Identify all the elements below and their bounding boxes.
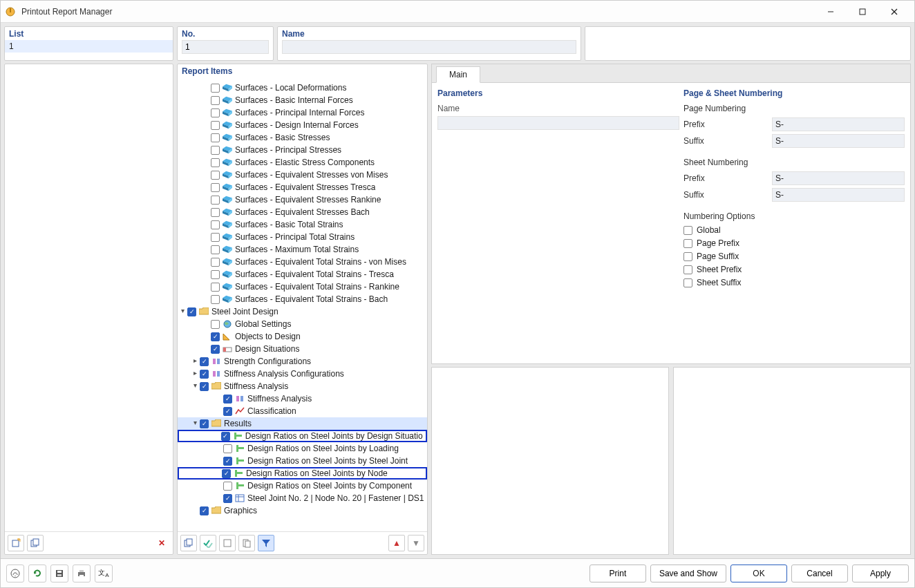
page-prefix-checkbox[interactable] [683,239,692,248]
no-input[interactable] [182,40,269,54]
copy-report-button[interactable] [27,535,44,551]
tree-global-settings[interactable]: Global Settings [178,318,427,330]
new-report-button[interactable] [8,535,24,551]
tree-results-node[interactable]: Design Ratios on Steel Joints by Node [178,467,427,480]
tree-surface-item[interactable]: Surfaces - Equivalent Total Strains - Ra… [178,281,427,293]
tree-checkbox[interactable] [211,220,220,229]
tree-results[interactable]: ▾Results [178,417,427,430]
tree-surface-item[interactable]: Surfaces - Principal Stresses [178,144,427,156]
tree-checkbox[interactable] [211,295,220,304]
language-button[interactable]: 文A [95,565,113,582]
tree-surface-item[interactable]: Surfaces - Principal Total Strains [178,231,427,243]
tree-results-detail[interactable]: Steel Joint No. 2 | Node No. 20 | Fasten… [178,492,427,504]
param-name-input[interactable] [437,116,679,130]
tree-tool-1[interactable] [180,535,197,551]
tree-surface-item[interactable]: Surfaces - Basic Stresses [178,131,427,144]
tree-checkbox[interactable] [211,245,220,254]
tree-checkbox[interactable] [211,133,220,142]
tree-checkbox[interactable] [211,183,220,192]
tree-surface-item[interactable]: Surfaces - Elastic Stress Components [178,156,427,169]
global-checkbox[interactable] [683,226,692,235]
expand-icon[interactable]: ▸ [190,357,200,366]
tree-surface-item[interactable]: Surfaces - Equivalent Stresses Bach [178,206,427,218]
tree-steel-joint-design[interactable]: ▾Steel Joint Design [178,305,427,318]
tree-checkbox[interactable] [222,469,231,478]
refresh-button[interactable] [28,565,46,582]
tree-checkbox[interactable] [211,171,220,180]
page-suffix-checkbox[interactable] [683,252,692,261]
list-item[interactable]: 1 [5,40,173,53]
tree-checkbox[interactable] [211,332,220,341]
tree-checkbox[interactable] [223,494,232,503]
sheet-prefix-input[interactable]: S- [772,171,905,185]
tree-checkbox[interactable] [223,457,232,466]
tree-surface-item[interactable]: Surfaces - Basic Total Strains [178,218,427,231]
tree-surface-item[interactable]: Surfaces - Maximum Total Strains [178,243,427,256]
tree-surface-item[interactable]: Surfaces - Principal Internal Forces [178,106,427,119]
tree-checkbox[interactable] [211,146,220,155]
tree-checkbox[interactable] [211,158,220,167]
tree-design-situations[interactable]: Design Situations [178,343,427,355]
tree-checkbox[interactable] [200,506,209,515]
tree-tool-filter[interactable] [258,535,274,551]
tree-tool-down[interactable]: ▼ [408,535,424,551]
tree-surface-item[interactable]: Surfaces - Local Deformations [178,82,427,94]
help-button[interactable] [6,565,24,582]
report-items-tree[interactable]: Surfaces - Local DeformationsSurfaces - … [178,80,427,529]
tree-surface-item[interactable]: Surfaces - Equivalent Stresses Rankine [178,193,427,206]
tree-checkbox[interactable] [211,84,220,93]
tree-stiffness-analysis-folder[interactable]: ▾Stiffness Analysis [178,380,427,392]
tree-checkbox[interactable] [211,233,220,242]
tree-results-loading[interactable]: Design Ratios on Steel Joints by Loading [178,442,427,455]
tree-graphics[interactable]: Graphics [178,504,427,517]
ok-button[interactable]: OK [730,565,787,582]
tree-checkbox[interactable] [211,121,220,130]
tree-objects-to-design[interactable]: Objects to Design [178,330,427,343]
tree-surface-item[interactable]: Surfaces - Equivalent Stresses Tresca [178,181,427,193]
tree-checkbox[interactable] [200,382,209,391]
tree-stiffness-configs[interactable]: ▸Stiffness Analysis Configurations [178,368,427,380]
tree-tool-copy[interactable] [238,535,255,551]
cancel-button[interactable]: Cancel [791,565,848,582]
tree-checkbox[interactable] [200,419,209,428]
page-suffix-input[interactable]: S- [772,134,905,148]
tree-results-design-situation[interactable]: Design Ratios on Steel Joints by Design … [178,430,427,442]
maximize-button[interactable] [847,1,878,22]
tree-checkbox[interactable] [223,407,232,416]
tree-checkbox[interactable] [221,432,230,441]
tree-checkbox[interactable] [223,482,232,491]
tree-classification[interactable]: Classification [178,405,427,417]
save-button[interactable] [50,565,68,582]
print-settings-button[interactable] [73,565,91,582]
tree-tool-checkall[interactable] [200,535,216,551]
tree-checkbox[interactable] [211,108,220,117]
tree-checkbox[interactable] [223,395,232,404]
tree-surface-item[interactable]: Surfaces - Equivalent Total Strains - Ba… [178,293,427,305]
expand-icon[interactable]: ▸ [190,369,200,379]
tree-surface-item[interactable]: Surfaces - Equivalent Stresses von Mises [178,169,427,181]
tree-surface-item[interactable]: Surfaces - Equivalent Total Strains - vo… [178,256,427,268]
tree-results-component[interactable]: Design Ratios on Steel Joints by Compone… [178,480,427,492]
sheet-prefix-checkbox[interactable] [683,265,692,274]
minimize-button[interactable] [815,1,847,22]
tab-main[interactable]: Main [436,66,480,83]
tree-checkbox[interactable] [200,357,209,366]
tree-checkbox[interactable] [211,320,220,329]
name-input[interactable] [282,40,576,54]
tree-strength-configs[interactable]: ▸Strength Configurations [178,355,427,368]
collapse-icon[interactable]: ▾ [190,419,200,428]
sheet-suffix-checkbox[interactable] [683,278,692,287]
tree-checkbox[interactable] [211,196,220,205]
close-button[interactable] [878,1,910,22]
tree-checkbox[interactable] [211,208,220,217]
save-and-show-button[interactable]: Save and Show [650,565,726,582]
tree-checkbox[interactable] [211,283,220,292]
tree-tool-up[interactable]: ▲ [388,535,405,551]
tree-checkbox[interactable] [223,444,232,453]
collapse-icon[interactable]: ▾ [178,307,187,316]
tree-results-steel-joint[interactable]: Design Ratios on Steel Joints by Steel J… [178,455,427,467]
print-button[interactable]: Print [589,565,646,582]
collapse-icon[interactable]: ▾ [190,381,200,391]
page-prefix-input[interactable]: S- [772,117,905,131]
tree-surface-item[interactable]: Surfaces - Equivalent Total Strains - Tr… [178,268,427,281]
